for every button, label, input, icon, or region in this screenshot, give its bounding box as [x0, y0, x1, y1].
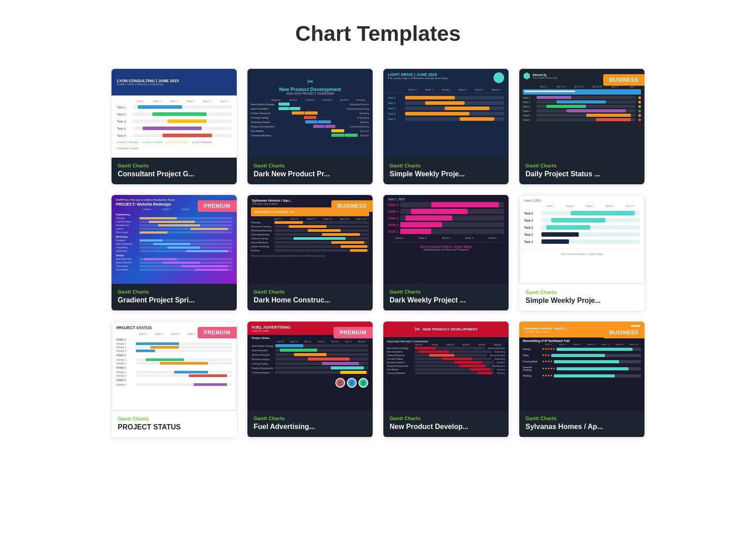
card-gradient-project-sprint[interactable]: PREMIUM HAPPY.io | The key to a More Pro… [111, 195, 237, 311]
card-category: Gantt Charts [525, 416, 638, 421]
card-footer: Gantt Charts Dark Home Construc... [247, 284, 373, 310]
card-footer: Gantt Charts Simple Weekly Proje... [519, 284, 645, 311]
card-category: Gantt Charts [254, 416, 366, 421]
card-footer: Gantt Charts New Product Develop... [383, 410, 509, 437]
card-footer: Gantt Charts Dark New Product Pr... [247, 158, 373, 184]
card-footer: Gantt Charts Fuel Advertising... [247, 410, 373, 437]
card-name: Simple Weekly Proje... [390, 170, 502, 178]
card-category: Gantt Charts [390, 163, 502, 168]
card-footer: Gantt Charts Sylvanas Homes / Ap... [519, 410, 645, 437]
card-dark-new-product[interactable]: ✂ New Product Development 2023-2024 PROJ… [247, 69, 373, 184]
badge-premium: PREMIUM [198, 327, 237, 338]
card-name: Daily Project Status ... [525, 170, 638, 178]
card-category: Gantt Charts [254, 163, 366, 168]
card-footer: Gantt Charts PROJECT STATUS [111, 410, 237, 437]
card-footer: Gantt Charts Simple Weekly Proje... [383, 158, 509, 184]
card-new-product-development[interactable]: ✂ NEW PRODUCT DEVELOPMENT 2023-2024 PROJ… [383, 322, 509, 437]
card-preview: June 1, 2023 Week 1Week 2Week 3Week 4Wee… [519, 195, 645, 284]
badge-business: BUSINESS [603, 74, 645, 86]
card-fuel-advertising[interactable]: PREMIUM FUEL ADVERTISING Client ID: 1640… [247, 322, 373, 437]
card-name: Gradient Project Spri... [118, 296, 231, 304]
wrench-icon: ✂ [253, 73, 367, 87]
card-footer: Gantt Charts Consultant Project G... [111, 158, 237, 184]
cards-grid: LYON CONSULTING | JUNE 2023 CLIENT GANTT… [94, 60, 662, 464]
card-footer: Gantt Charts Dark Weekly Project ... [383, 284, 509, 310]
card-name: Sylvanas Homes / Ap... [525, 423, 638, 431]
card-daily-project-status[interactable]: BUSINESS Secure.ly The Familiar Privacy … [519, 69, 645, 184]
badge-business: BUSINESS [331, 200, 373, 212]
card-name: Dark New Product Pr... [254, 170, 366, 178]
card-project-status[interactable]: PREMIUM PROJECT STATUS WEEK 1WEEK 2WEEK … [111, 322, 237, 437]
badge-premium: PREMIUM [334, 327, 373, 338]
card-name: Dark Home Construc... [254, 296, 366, 304]
card-category: Gantt Charts [118, 289, 231, 294]
page-title: Chart Templates [0, 21, 756, 46]
card-name: Simple Weekly Proje... [525, 297, 638, 305]
card-preview: LIGHT DRIVE | JUNE 2023 The cutting edge… [383, 69, 509, 158]
card-simple-weekly-2[interactable]: June 1, 2023 Week 1Week 2Week 3Week 4Wee… [519, 195, 645, 311]
card-category: Gantt Charts [254, 289, 366, 294]
card-preview: LYON CONSULTING | JUNE 2023 CLIENT GANTT… [111, 69, 237, 158]
badge-business: BUSINESS [603, 327, 645, 338]
card-category: Gantt Charts [525, 163, 638, 168]
badge-premium: PREMIUM [198, 200, 237, 212]
card-footer: Gantt Charts Gradient Project Spri... [111, 284, 237, 310]
card-consultant-project[interactable]: LYON CONSULTING | JUNE 2023 CLIENT GANTT… [111, 69, 237, 184]
card-preview: June 1, 2023 TASK 5 TASK 4 TASK 3 [383, 195, 509, 284]
card-category: Gantt Charts [390, 416, 502, 421]
card-dark-weekly-project[interactable]: June 1, 2023 TASK 5 TASK 4 TASK 3 [383, 195, 509, 311]
card-sylvanas-homes[interactable]: BUSINESS Sylvanas Homes / April 2... The… [519, 322, 645, 437]
card-simple-weekly-1[interactable]: LIGHT DRIVE | JUNE 2023 The cutting edge… [383, 69, 509, 184]
card-footer: Gantt Charts Daily Project Status ... [519, 158, 645, 184]
card-category: Gantt Charts [525, 290, 638, 295]
card-name: Consultant Project G... [118, 170, 231, 178]
card-name: Fuel Advertising... [254, 423, 366, 431]
card-preview: ✂ New Product Development 2023-2024 PROJ… [247, 69, 373, 158]
card-name: PROJECT STATUS [118, 423, 231, 431]
card-category: Gantt Charts [118, 416, 231, 421]
card-category: Gantt Charts [390, 289, 502, 294]
card-dark-home-construction[interactable]: BUSINESS Sylvanas Homes / Apr... The Bet… [247, 195, 373, 311]
card-category: Gantt Charts [118, 163, 231, 168]
page-header: Chart Templates [0, 0, 756, 60]
card-preview: ✂ NEW PRODUCT DEVELOPMENT 2023-2024 PROJ… [383, 322, 509, 410]
card-name: New Product Develop... [390, 423, 502, 431]
card-name: Dark Weekly Project ... [390, 296, 502, 304]
